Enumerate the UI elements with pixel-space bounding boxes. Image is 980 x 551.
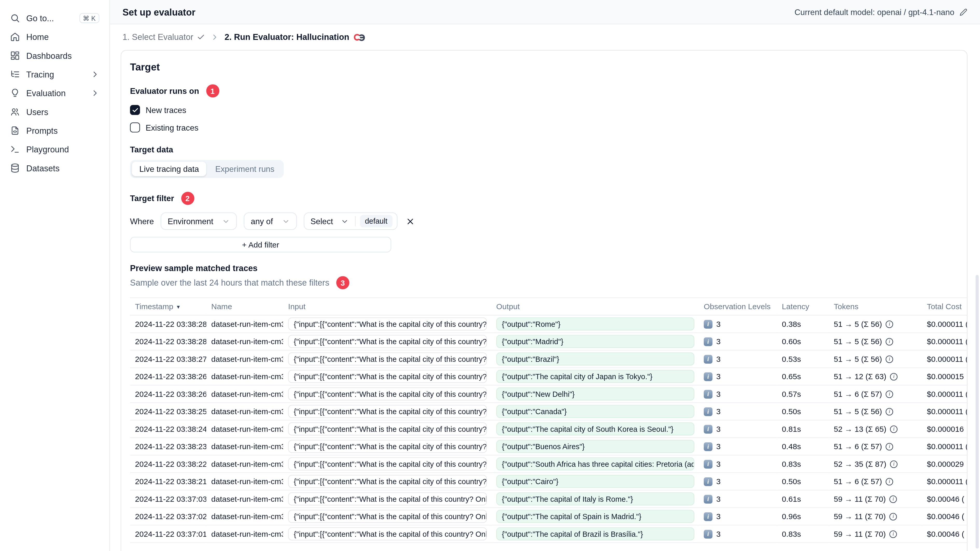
cell-input[interactable]: {"input":[{"content":"What is the capita… <box>288 457 487 471</box>
sidebar-item-label: Users <box>26 107 48 116</box>
prompts-icon <box>10 126 20 136</box>
table-row[interactable]: 2024-11-22 03:38:28 dataset-run-item-cm3… <box>130 315 967 332</box>
info-emoji-icon: i <box>704 372 713 381</box>
cell-output[interactable]: {"output":"The capital of Brazil is Bras… <box>496 527 694 541</box>
cell-input[interactable]: {"input":[{"content":"What is the capita… <box>288 353 487 366</box>
runs-on-label: Evaluator runs on <box>130 86 199 95</box>
filter-value-chip[interactable]: default <box>360 215 392 227</box>
tab-live-tracing-data[interactable]: Live tracing data <box>132 162 207 176</box>
cell-output[interactable]: {"output":"Buenos Aires"} <box>496 440 694 453</box>
sidebar-item-tracing[interactable]: Tracing <box>0 65 110 84</box>
cell-latency: 0.81s <box>777 420 829 437</box>
col-output[interactable]: Output <box>491 298 699 315</box>
filter-column-select[interactable]: Environment <box>161 213 237 230</box>
cell-observation-levels: i 3 <box>699 508 777 525</box>
cell-input[interactable]: {"input":[{"content":"What is the capita… <box>288 335 487 348</box>
preview-table: Timestamp▼ Name Input Output Observation… <box>130 297 967 543</box>
cell-input[interactable]: {"input":[{"content":"What is the capita… <box>288 527 487 541</box>
cell-input[interactable]: {"input":[{"content":"What is the capita… <box>288 422 487 436</box>
table-row[interactable]: 2024-11-22 03:37:01 dataset-run-item-cm3… <box>130 525 967 543</box>
table-header-row: Timestamp▼ Name Input Output Observation… <box>130 298 967 315</box>
remove-filter-icon[interactable] <box>406 216 415 226</box>
cell-name: dataset-run-item-cm3s4 <box>206 403 283 420</box>
breadcrumb-step-1[interactable]: 1. Select Evaluator <box>123 32 205 42</box>
cell-latency: 0.83s <box>777 455 829 472</box>
cell-timestamp: 2024-11-22 03:38:27 <box>130 350 206 367</box>
cell-output[interactable]: {"output":"Canada"} <box>496 405 694 418</box>
cell-output[interactable]: {"output":"The capital of Italy is Rome.… <box>496 492 694 506</box>
info-circle-icon: i <box>890 425 897 433</box>
table-row[interactable]: 2024-11-22 03:38:23 dataset-run-item-cm3… <box>130 438 967 455</box>
cell-input[interactable]: {"input":[{"content":"What is the capita… <box>288 318 487 331</box>
cell-output[interactable]: {"output":"New Delhi"} <box>496 387 694 401</box>
cell-input[interactable]: {"input":[{"content":"What is the capita… <box>288 370 487 383</box>
table-row[interactable]: 2024-11-22 03:38:28 dataset-run-item-cm3… <box>130 333 967 350</box>
col-latency[interactable]: Latency <box>777 298 829 315</box>
table-row[interactable]: 2024-11-22 03:37:03 dataset-run-item-cm3… <box>130 490 967 507</box>
cell-output[interactable]: {"output":"Rome"} <box>496 318 694 331</box>
cell-input[interactable]: {"input":[{"content":"What is the capita… <box>288 405 487 418</box>
preview-table-body: 2024-11-22 03:38:28 dataset-run-item-cm3… <box>130 315 967 543</box>
cell-output[interactable]: {"output":"Brazil"} <box>496 353 694 366</box>
default-model-label: Current default model: openai / gpt-4.1-… <box>794 7 955 17</box>
cell-tokens: 51 → 5 (Σ 56) i <box>829 333 922 350</box>
checkbox-new-traces[interactable]: New traces <box>130 105 958 115</box>
table-row[interactable]: 2024-11-22 03:38:27 dataset-run-item-cm3… <box>130 350 967 367</box>
cell-output[interactable]: {"output":"South Africa has three capita… <box>496 457 694 471</box>
cell-observation-levels: i 3 <box>699 490 777 507</box>
col-tokens[interactable]: Tokens <box>829 298 922 315</box>
filter-operator-select[interactable]: any of <box>244 213 297 230</box>
checkbox-unchecked-icon[interactable] <box>130 122 140 132</box>
sidebar-item-dashboards[interactable]: Dashboards <box>0 46 110 65</box>
cell-observation-levels: i 3 <box>699 315 777 332</box>
add-filter-button[interactable]: + Add filter <box>130 237 391 252</box>
sidebar-item-datasets[interactable]: Datasets <box>0 159 110 177</box>
table-row[interactable]: 2024-11-22 03:38:22 dataset-run-item-cm3… <box>130 455 967 472</box>
filter-value-select[interactable]: Select default <box>304 213 398 230</box>
sidebar-item-prompts[interactable]: Prompts <box>0 121 110 140</box>
cell-input[interactable]: {"input":[{"content":"What is the capita… <box>288 387 487 401</box>
table-row[interactable]: 2024-11-22 03:38:21 dataset-run-item-cm3… <box>130 473 967 490</box>
cell-input[interactable]: {"input":[{"content":"What is the capita… <box>288 492 487 506</box>
cell-name: dataset-run-item-cm3s4 <box>206 315 283 332</box>
col-name[interactable]: Name <box>206 298 283 315</box>
edit-pencil-icon[interactable] <box>959 8 967 16</box>
table-row[interactable]: 2024-11-22 03:38:25 dataset-run-item-cm3… <box>130 403 967 420</box>
scrollbar[interactable] <box>975 275 979 549</box>
cell-input[interactable]: {"input":[{"content":"What is the capita… <box>288 475 487 488</box>
cell-output[interactable]: {"output":"The capital city of South Kor… <box>496 422 694 436</box>
col-timestamp[interactable]: Timestamp▼ <box>130 298 206 315</box>
cell-output[interactable]: {"output":"Cairo"} <box>496 475 694 488</box>
cell-latency: 0.61s <box>777 490 829 507</box>
sidebar-item-label: Tracing <box>26 70 54 79</box>
step-badge-1: 1 <box>206 84 219 97</box>
cell-total-cost: $0.000016 <box>922 420 967 437</box>
sidebar-item-users[interactable]: Users <box>0 102 110 121</box>
sidebar-item-playground[interactable]: Playground <box>0 140 110 159</box>
table-row[interactable]: 2024-11-22 03:38:26 dataset-run-item-cm3… <box>130 368 967 385</box>
cell-timestamp: 2024-11-22 03:38:24 <box>130 420 206 437</box>
table-row[interactable]: 2024-11-22 03:38:24 dataset-run-item-cm3… <box>130 420 967 437</box>
cell-total-cost: $0.000011 ( <box>922 315 967 332</box>
col-input[interactable]: Input <box>283 298 491 315</box>
info-circle-icon: i <box>886 355 893 363</box>
cell-input[interactable]: {"input":[{"content":"What is the capita… <box>288 510 487 523</box>
col-observation-levels[interactable]: Observation Levels <box>699 298 777 315</box>
where-label: Where <box>130 216 154 226</box>
cell-output[interactable]: {"output":"The capital of Spain is Madri… <box>496 510 694 523</box>
tab-experiment-runs[interactable]: Experiment runs <box>208 162 282 176</box>
sidebar-item-home[interactable]: Home <box>0 27 110 46</box>
col-total-cost[interactable]: Total Cost <box>922 298 967 315</box>
table-row[interactable]: 2024-11-22 03:38:26 dataset-run-item-cm3… <box>130 385 967 402</box>
sidebar-item-evaluation[interactable]: Evaluation <box>0 84 110 102</box>
goto-search[interactable]: Go to... ⌘ K <box>0 9 110 27</box>
cell-tokens: 51 → 5 (Σ 56) i <box>829 315 922 332</box>
table-row[interactable]: 2024-11-22 03:37:02 dataset-run-item-cm3… <box>130 508 967 525</box>
checkbox-checked-icon[interactable] <box>130 105 140 115</box>
info-emoji-icon: i <box>704 407 713 416</box>
cell-output[interactable]: {"output":"The capital city of Japan is … <box>496 370 694 383</box>
database-icon <box>10 163 20 173</box>
cell-input[interactable]: {"input":[{"content":"What is the capita… <box>288 440 487 453</box>
cell-output[interactable]: {"output":"Madrid"} <box>496 335 694 348</box>
checkbox-existing-traces[interactable]: Existing traces <box>130 122 958 132</box>
